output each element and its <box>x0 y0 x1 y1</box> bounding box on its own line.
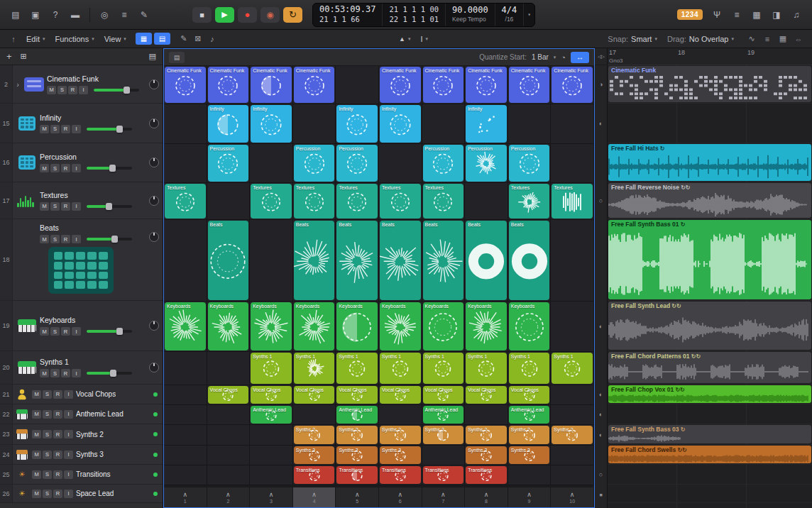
solo-button[interactable]: S <box>43 490 52 498</box>
loop-cell-cinematic-funk-col8[interactable]: Cinematic Funk <box>465 66 508 104</box>
loop-cell-textures-col3[interactable]: Textures <box>250 183 293 220</box>
track-header-infinity[interactable]: 15InfinityMSRI <box>0 104 163 143</box>
loop-cell-transitions-col5[interactable]: Transitions <box>336 465 379 485</box>
record-enable-button[interactable]: R <box>53 470 62 479</box>
pencil-icon[interactable]: ✎ <box>177 33 191 45</box>
loop-cell-vocal-chops-col1[interactable] <box>164 385 207 405</box>
list-editors-icon[interactable]: ≡ <box>728 8 745 22</box>
grid-view-button[interactable]: ▦ <box>136 33 152 45</box>
loop-cell-synths-3-col2[interactable] <box>207 446 251 465</box>
note-pads-icon[interactable]: ◨ <box>768 8 785 22</box>
loop-cell-transitions-col3[interactable] <box>250 465 293 485</box>
row-mode-icon-transitions[interactable]: ○ <box>595 465 607 485</box>
loop-cell-beats-col1[interactable] <box>164 220 207 302</box>
solo-button[interactable]: S <box>43 390 52 399</box>
loop-cell-infinity-col10[interactable] <box>551 104 594 144</box>
loop-cell-percussion-col9[interactable]: Percussion <box>508 144 552 183</box>
solo-button[interactable]: S <box>57 86 67 94</box>
quick-help-icon[interactable]: ? <box>47 8 64 22</box>
row-mode-icon-cinematic-funk[interactable]: ◑ <box>595 65 607 104</box>
track-header-options-icon[interactable]: ▤ <box>149 52 156 61</box>
loop-cell-transitions-col6[interactable]: Transitions <box>379 465 422 485</box>
loop-cell-percussion-col3[interactable] <box>250 144 293 183</box>
loop-cell-infinity-col9[interactable] <box>508 104 552 144</box>
loop-cell-textures-col1[interactable]: Textures <box>164 183 207 220</box>
smart-controls-icon[interactable]: ◎ <box>96 8 113 22</box>
loop-cell-anthemic-lead-col3[interactable]: Anthemic Lead <box>250 405 293 425</box>
loop-cell-keyboards-col6[interactable]: Keyboards <box>379 302 422 352</box>
loop-cell-textures-col8[interactable] <box>465 183 508 220</box>
pan-knob[interactable] <box>149 79 159 89</box>
loop-cell-transitions-col7[interactable]: Transitions <box>422 465 466 485</box>
loop-cell-keyboards-col10[interactable] <box>551 302 594 352</box>
loop-cell-vocal-chops-col4[interactable]: Vocal Chops <box>293 385 336 405</box>
grid-performance-toggle[interactable]: ↔ <box>571 52 589 63</box>
loop-cell-textures-col4[interactable]: Textures <box>293 183 336 220</box>
scene-trigger-1[interactable]: ∧1 <box>164 487 207 507</box>
track-header-space-lead[interactable]: 26☀MSRISpace Lead <box>0 485 163 503</box>
loop-cell-synths-1-col3[interactable]: Synths 1 <box>250 352 293 385</box>
lcd-tempo-section[interactable]: 90.0000 Keep Tempo <box>446 4 495 26</box>
apple-loops-icon[interactable]: ▦ <box>748 8 765 22</box>
track-header-transitions[interactable]: 25☀MSRITransitions <box>0 465 163 485</box>
scene-trigger-3[interactable]: ∧3 <box>250 487 293 507</box>
loop-cell-keyboards-col1[interactable]: Keyboards <box>164 302 207 352</box>
record-enable-button[interactable]: R <box>53 490 62 498</box>
record-enable-button[interactable]: R <box>61 327 70 336</box>
scene-trigger-9[interactable]: ∧9 <box>508 487 552 507</box>
loop-cell-synths-1-col10[interactable]: Synths 1 <box>551 352 594 385</box>
track-header-vocal-chops[interactable]: 21MSRIVocal Chops <box>0 385 163 404</box>
capture-recording-button[interactable]: ◉ <box>260 7 280 23</box>
menu-view[interactable]: View▾ <box>99 33 131 45</box>
loop-cell-synths-3-col3[interactable] <box>250 446 293 465</box>
loop-cell-beats-col2[interactable]: Beats <box>207 220 251 302</box>
loop-cell-synths-2-col7[interactable]: Synths 2 <box>422 425 466 446</box>
loop-cell-percussion-col2[interactable]: Percussion <box>207 144 251 183</box>
record-enable-button[interactable]: R <box>53 390 62 399</box>
flex-tool-icon[interactable]: ♪ <box>205 33 219 45</box>
record-enable-button[interactable]: R <box>53 451 62 459</box>
loop-cell-anthemic-lead-col5[interactable]: Anthemic Lead <box>336 405 379 425</box>
loop-cell-synths-2-col5[interactable]: Synths 2 <box>336 425 379 446</box>
zoom-h-icon[interactable]: ▦ <box>775 33 791 45</box>
loop-cell-cinematic-funk-col4[interactable]: Cinematic Funk <box>293 66 336 104</box>
region-free-fall-chop-vox-01[interactable]: Free Fall Chop Vox 01 ↻↻ <box>608 385 811 403</box>
record-button[interactable]: ● <box>238 7 257 23</box>
loop-cell-synths-1-col1[interactable] <box>164 352 207 385</box>
input-monitor-button[interactable]: I <box>64 410 73 419</box>
loop-cell-synths-3-col6[interactable]: Synths 3 <box>379 446 422 465</box>
cycle-button[interactable]: ↻ <box>283 7 302 23</box>
quantize-stepper-icon[interactable]: ▾ <box>554 55 556 60</box>
record-enable-button[interactable]: R <box>53 410 62 419</box>
track-header-anthemic-lead[interactable]: 22MSRIAnthemic Lead <box>0 404 163 424</box>
track-header-synths-2[interactable]: 23MSRISynths 2 <box>0 424 163 445</box>
loop-cell-infinity-col5[interactable]: Infinity <box>336 104 379 144</box>
loop-cell-synths-1-col4[interactable]: Synths 1 <box>293 352 336 385</box>
mute-button[interactable]: M <box>32 390 41 399</box>
scene-trigger-4[interactable]: ∧4 <box>293 487 336 507</box>
play-button[interactable]: ▶ <box>215 7 234 23</box>
loop-cell-transitions-col1[interactable] <box>164 465 207 485</box>
volume-slider[interactable] <box>87 372 132 375</box>
back-button[interactable]: ↑ <box>6 33 21 45</box>
track-header-textures[interactable]: 17TexturesMSRI <box>0 182 163 219</box>
mute-button[interactable]: M <box>40 125 49 133</box>
loop-cell-beats-col8[interactable]: Beats <box>465 220 508 302</box>
input-monitor-button[interactable]: I <box>64 390 73 399</box>
loop-cell-infinity-col4[interactable] <box>293 104 336 144</box>
loop-cell-keyboards-col8[interactable]: Keyboards <box>465 302 508 352</box>
loop-cell-cinematic-funk-col1[interactable]: Cinematic Funk <box>164 66 207 104</box>
loop-cell-infinity-col2[interactable]: Infinity <box>207 104 251 144</box>
loop-cell-synths-2-col10[interactable]: Synths 2 <box>551 425 594 446</box>
loop-cell-synths-2-col1[interactable] <box>164 425 207 446</box>
zoom-v-icon[interactable]: ⇔ <box>791 33 806 45</box>
solo-button[interactable]: S <box>43 451 52 459</box>
region-free-fall-synth-lead[interactable]: Free Fall Synth Lead ↻↻ <box>608 302 811 350</box>
row-mode-icon-vocal-chops[interactable]: ◐ <box>595 385 607 404</box>
loop-cell-keyboards-col4[interactable]: Keyboards <box>293 302 336 352</box>
duplicate-track-button[interactable]: ⊞ <box>21 52 27 61</box>
loop-cell-synths-2-col8[interactable]: Synths 2 <box>465 425 508 446</box>
record-enable-button[interactable]: R <box>61 369 70 377</box>
mixer-icon[interactable]: ≡ <box>116 8 133 22</box>
loop-cell-synths-3-col5[interactable]: Synths 3 <box>336 446 379 465</box>
